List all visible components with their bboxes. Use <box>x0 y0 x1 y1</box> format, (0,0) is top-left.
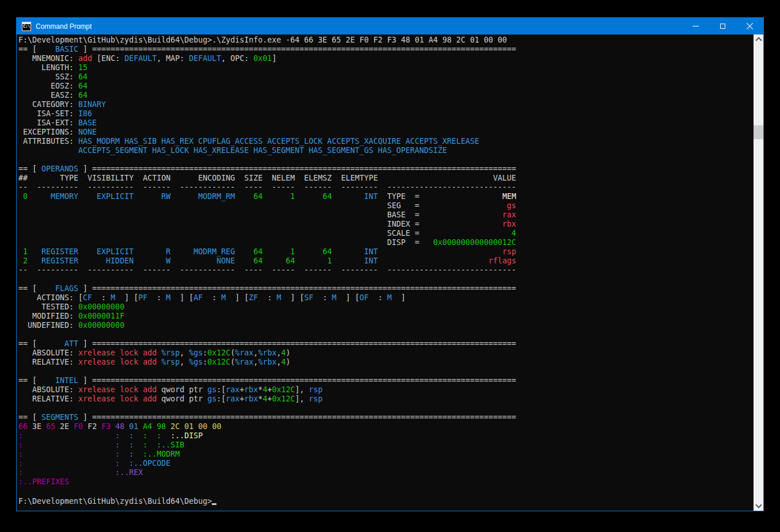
console-line: 1 REGISTER EXPLICIT R MODRM_REG 64 1 64 … <box>18 247 753 257</box>
console-line: EASZ: 64 <box>18 91 753 100</box>
scroll-down-button[interactable] <box>754 501 763 511</box>
console-line <box>18 404 753 413</box>
command-prompt-window: Command Prompt F:\Development\GitHub\zyd… <box>16 17 764 511</box>
chevron-up-icon <box>755 37 762 43</box>
console-line: 0 MEMORY EXPLICIT RW MODRM_RM 64 1 64 IN… <box>18 192 753 201</box>
console-line: EXCEPTIONS: NONE <box>18 128 753 137</box>
window-title: Command Prompt <box>36 22 92 30</box>
minimize-button[interactable] <box>682 18 709 35</box>
console-line: 2 REGISTER HIDDEN W NONE 64 64 1 INT rfl… <box>18 257 753 266</box>
console-line: : :..REX <box>18 468 753 477</box>
scrollbar-thumb[interactable] <box>754 125 763 139</box>
caption-buttons <box>682 18 763 35</box>
console-line: LENGTH: 15 <box>18 63 753 72</box>
console-line: -- --------- ---------- ------ ---------… <box>18 266 753 275</box>
console-line: : : : : :..SIB <box>18 441 753 450</box>
console-line <box>18 367 753 376</box>
console-line: BASE = rax <box>18 210 753 220</box>
console-line: ACTIONS: [CF : M ] [PF : M ] [AF : M ] [… <box>18 293 753 303</box>
console-line: == [ OPERANDS ] ========================… <box>18 164 753 174</box>
console-line: EOSZ: 64 <box>18 82 753 91</box>
console-line: : : :..OPCODE <box>18 459 753 468</box>
console-line: == [ ATT ] =============================… <box>18 339 753 349</box>
console-line: :..PREFIXES <box>18 477 753 487</box>
console-line: MODIFIED: 0x0000011F <box>18 312 753 321</box>
console-line: SSZ: 64 <box>18 72 753 82</box>
close-button[interactable] <box>736 18 763 35</box>
console-line: : : : : : :..DISP <box>18 431 753 441</box>
console-line: -- --------- ---------- ------ ---------… <box>18 183 753 192</box>
vertical-scrollbar[interactable] <box>754 35 763 511</box>
console-line: DISP = 0x000000000000012C <box>18 238 753 247</box>
title-bar[interactable]: Command Prompt <box>17 18 763 35</box>
console-line: == [ FLAGS ] ===========================… <box>18 284 753 293</box>
console-line: 66 3E 65 2E F0 F2 F3 48 01 A4 98 2C 01 0… <box>18 422 753 431</box>
chevron-down-icon <box>755 502 762 508</box>
console-line: == [ SEGMENTS ] ========================… <box>18 413 753 422</box>
console-line: ABSOLUTE: xrelease lock add %rsp, %gs:0x… <box>18 349 753 358</box>
console-line <box>18 275 753 284</box>
maximize-button[interactable] <box>709 18 736 35</box>
console-line: ISA-SET: I86 <box>18 109 753 118</box>
console-line <box>18 155 753 164</box>
console-line: RELATIVE: xrelease lock add qword ptr gs… <box>18 395 753 404</box>
console-line: MNEMONIC: add [ENC: DEFAULT, MAP: DEFAUL… <box>18 54 753 63</box>
console-line: ATTRIBUTES: HAS_MODRM HAS_SIB HAS_REX CP… <box>18 137 753 146</box>
console-line: CATEGORY: BINARY <box>18 100 753 109</box>
console-line <box>18 330 753 339</box>
console-output[interactable]: F:\Development\GitHub\zydis\Build64\Debu… <box>17 35 753 510</box>
console-line: F:\Development\GitHub\zydis\Build64\Debu… <box>18 496 753 505</box>
console-line: INDEX = rbx <box>18 220 753 229</box>
close-icon <box>746 22 754 30</box>
console-line: F:\Development\GitHub\zydis\Build64\Debu… <box>18 36 753 45</box>
console-line: ## TYPE VISIBILITY ACTION ENCODING SIZE … <box>18 174 753 183</box>
console-line: SEG = gs <box>18 201 753 210</box>
console-line: ISA-EXT: BASE <box>18 118 753 128</box>
text-cursor <box>212 496 216 505</box>
console-line: UNDEFINED: 0x00000000 <box>18 321 753 330</box>
console-line: ABSOLUTE: xrelease lock add qword ptr gs… <box>18 385 753 395</box>
console-line: TESTED: 0x00000000 <box>18 303 753 312</box>
console-line: ACCEPTS_SEGMENT HAS_LOCK HAS_XRELEASE HA… <box>18 146 753 155</box>
console-line: == [ INTEL ] ===========================… <box>18 376 753 385</box>
console-line: == [ BASIC ] ===========================… <box>18 45 753 54</box>
console-line: : : : :..MODRM <box>18 450 753 459</box>
maximize-icon <box>720 24 725 29</box>
minimize-icon <box>693 26 699 26</box>
cmd-icon <box>22 22 31 31</box>
console-line: RELATIVE: xrelease lock add %rsp, %gs:0x… <box>18 358 753 367</box>
scroll-up-button[interactable] <box>754 35 763 44</box>
console-line: SCALE = 4 <box>18 229 753 238</box>
console-line <box>18 487 753 496</box>
